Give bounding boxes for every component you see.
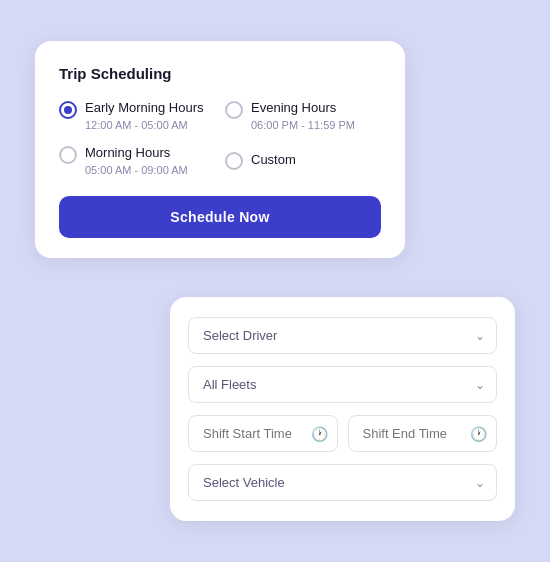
radio-subtext-evening: 06:00 PM - 11:59 PM	[251, 119, 355, 131]
main-container: Trip Scheduling Early Morning Hours 12:0…	[35, 41, 515, 521]
radio-subtext-early-morning: 12:00 AM - 05:00 AM	[85, 119, 204, 131]
radio-text-morning: Morning Hours	[85, 145, 188, 162]
radio-option-morning[interactable]: Morning Hours 05:00 AM - 09:00 AM	[59, 145, 215, 176]
vehicle-select[interactable]: Select Vehicle	[188, 464, 497, 501]
fleet-field-group: All Fleets ⌄	[188, 366, 497, 403]
radio-circle-morning	[59, 146, 77, 164]
scheduling-form-card: Select Driver ⌄ All Fleets ⌄ 🕐 🕐	[170, 297, 515, 521]
radio-options-grid: Early Morning Hours 12:00 AM - 05:00 AM …	[59, 100, 381, 176]
radio-circle-custom	[225, 152, 243, 170]
radio-text-early-morning: Early Morning Hours	[85, 100, 204, 117]
fleet-select-wrapper: All Fleets ⌄	[188, 366, 497, 403]
radio-text-custom: Custom	[251, 152, 296, 169]
driver-select-wrapper: Select Driver ⌄	[188, 317, 497, 354]
radio-label-evening: Evening Hours 06:00 PM - 11:59 PM	[251, 100, 355, 131]
vehicle-select-wrapper: Select Vehicle ⌄	[188, 464, 497, 501]
shift-start-input[interactable]	[188, 415, 338, 452]
driver-field-group: Select Driver ⌄	[188, 317, 497, 354]
shift-start-wrapper: 🕐	[188, 415, 338, 452]
radio-circle-evening	[225, 101, 243, 119]
radio-option-early-morning[interactable]: Early Morning Hours 12:00 AM - 05:00 AM	[59, 100, 215, 131]
radio-label-early-morning: Early Morning Hours 12:00 AM - 05:00 AM	[85, 100, 204, 131]
radio-label-custom: Custom	[251, 152, 296, 169]
vehicle-field-group: Select Vehicle ⌄	[188, 464, 497, 501]
radio-subtext-morning: 05:00 AM - 09:00 AM	[85, 164, 188, 176]
radio-option-custom[interactable]: Custom	[225, 145, 381, 176]
radio-text-evening: Evening Hours	[251, 100, 355, 117]
schedule-now-button[interactable]: Schedule Now	[59, 196, 381, 238]
card-title: Trip Scheduling	[59, 65, 381, 82]
radio-circle-early-morning	[59, 101, 77, 119]
trip-scheduling-card: Trip Scheduling Early Morning Hours 12:0…	[35, 41, 405, 258]
radio-label-morning: Morning Hours 05:00 AM - 09:00 AM	[85, 145, 188, 176]
shift-end-input[interactable]	[348, 415, 498, 452]
shift-end-wrapper: 🕐	[348, 415, 498, 452]
radio-option-evening[interactable]: Evening Hours 06:00 PM - 11:59 PM	[225, 100, 381, 131]
driver-select[interactable]: Select Driver	[188, 317, 497, 354]
fleet-select[interactable]: All Fleets	[188, 366, 497, 403]
shift-time-group: 🕐 🕐	[188, 415, 497, 452]
